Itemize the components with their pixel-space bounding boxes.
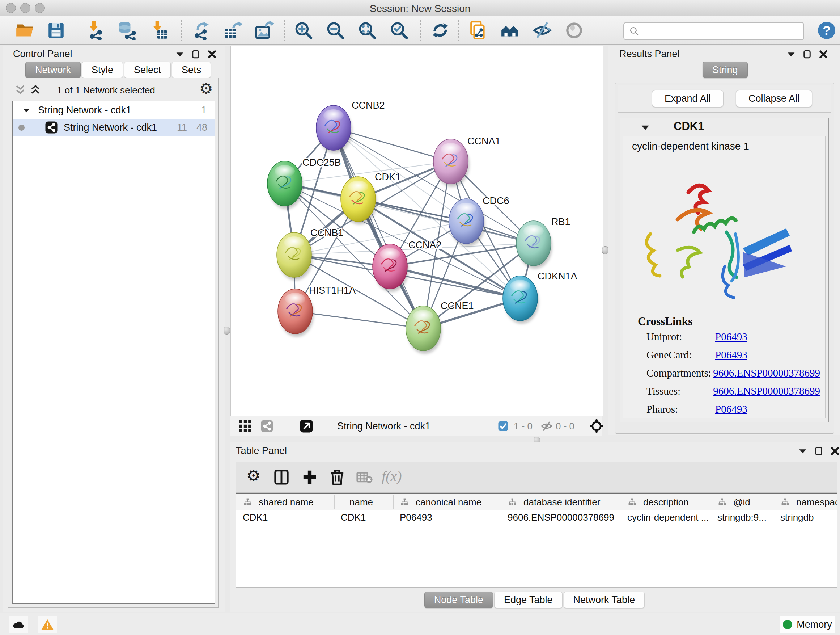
column-divider[interactable] [711, 494, 711, 509]
table-cell[interactable]: stringdb:9... [717, 512, 767, 523]
tab-network[interactable]: Network [25, 62, 81, 78]
import-network-database-icon[interactable] [117, 21, 137, 40]
network-collection-row[interactable]: String Network - cdk1 1 [13, 101, 215, 119]
close-panel-icon[interactable] [831, 447, 839, 455]
home-icon[interactable] [500, 21, 519, 40]
column-header-namespace[interactable]: namespace [796, 497, 837, 508]
node-CDC6[interactable]: CDC6 [449, 195, 509, 246]
table-cell[interactable]: P06493 [400, 512, 432, 523]
function-builder-icon[interactable]: f(x) [382, 468, 402, 485]
export-table-icon[interactable] [224, 21, 243, 40]
collection-expander-icon[interactable] [23, 108, 30, 113]
column-header-name[interactable]: name [349, 497, 373, 508]
show-columns-icon[interactable] [274, 469, 289, 485]
network-view-share-icon[interactable] [261, 420, 273, 432]
memory-button[interactable]: Memory [780, 616, 835, 633]
tab-string[interactable]: String [703, 62, 748, 78]
node-RB1[interactable]: RB1 [516, 217, 570, 268]
float-panel-icon[interactable] [803, 50, 811, 59]
delete-column-icon[interactable] [330, 469, 345, 486]
column-header--id[interactable]: @id [733, 497, 750, 508]
table-cell[interactable]: cyclin-dependent ... [627, 512, 709, 523]
crosslink-value[interactable]: 9606.ENSP00000378699 [713, 385, 820, 397]
close-panel-icon[interactable] [819, 50, 828, 59]
network-tree: String Network - cdk1 1 String Network -… [12, 101, 215, 604]
open-in-window-icon[interactable] [300, 419, 313, 433]
table-row[interactable]: CDK1CDK1P064939606.ENSP00000378699cyclin… [236, 510, 837, 526]
panel-menu-icon[interactable] [176, 51, 184, 57]
cloud-button[interactable] [9, 616, 28, 633]
node-CCNB1[interactable]: CCNB1 [277, 227, 344, 280]
warnings-button[interactable] [38, 616, 57, 633]
network-options-gear-icon[interactable]: ⚙ [199, 81, 213, 96]
selected-checkbox-icon[interactable] [498, 421, 508, 432]
column-divider[interactable] [334, 494, 335, 509]
network-row[interactable]: String Network - cdk1 11 48 [13, 119, 215, 136]
table-cell[interactable]: CDK1 [341, 512, 366, 523]
crosslink-value[interactable]: P06493 [715, 349, 747, 361]
column-divider[interactable] [621, 494, 621, 509]
float-panel-icon[interactable] [815, 447, 823, 455]
node-CDKN1A[interactable]: CDKN1A [503, 271, 577, 323]
edge-CCNB2-CCNE1[interactable] [333, 128, 423, 328]
inspector-icon[interactable] [564, 21, 584, 40]
help-icon[interactable]: ? [817, 21, 836, 40]
zoom-selected-icon[interactable] [389, 21, 409, 40]
export-image-icon[interactable] [254, 21, 274, 40]
close-panel-icon[interactable] [208, 50, 216, 59]
node-HIST1H1A[interactable]: HIST1H1A [278, 285, 355, 336]
table-settings-gear-icon[interactable]: ⚙ [246, 467, 261, 485]
node-CCNB2[interactable]: CCNB2 [316, 100, 385, 153]
table-cell[interactable]: stringdb [780, 512, 814, 523]
tab-sets[interactable]: Sets [172, 62, 211, 78]
column-header-canonical-name[interactable]: canonical name [416, 497, 482, 508]
gene-description: cyclin-dependent kinase 1 [632, 141, 749, 152]
panel-menu-icon[interactable] [787, 51, 795, 57]
float-panel-icon[interactable] [192, 50, 200, 59]
left-splitter-handle[interactable] [224, 326, 230, 334]
column-header-shared-name[interactable]: shared name [259, 497, 314, 508]
crosslink-value[interactable]: P06493 [715, 331, 747, 343]
delete-table-icon[interactable] [356, 472, 373, 484]
crosslink-value[interactable]: 9606.ENSP00000378699 [713, 367, 820, 379]
column-header-database-identifier[interactable]: database identifier [523, 497, 600, 508]
tab-select[interactable]: Select [124, 62, 171, 78]
table-cell[interactable]: 9606.ENSP00000378699 [508, 512, 614, 523]
zoom-out-icon[interactable] [325, 21, 345, 40]
add-column-icon[interactable] [302, 469, 317, 485]
import-table-icon[interactable] [149, 21, 169, 40]
tab-style[interactable]: Style [82, 62, 123, 78]
import-network-icon[interactable] [85, 21, 105, 40]
grid-view-icon[interactable] [239, 420, 252, 432]
hidden-eye-icon[interactable] [540, 421, 553, 432]
search-input[interactable] [623, 22, 804, 40]
hide-panels-icon[interactable] [532, 21, 552, 40]
zoom-in-icon[interactable] [294, 21, 313, 40]
node-CCNE1[interactable]: CCNE1 [406, 301, 474, 353]
node-CDK1[interactable]: CDK1 [341, 172, 401, 224]
tab-edge-table[interactable]: Edge Table [494, 592, 562, 608]
tab-network-table[interactable]: Network Table [564, 592, 645, 608]
column-header-description[interactable]: description [643, 497, 689, 508]
zoom-fit-icon[interactable] [357, 21, 377, 40]
export-network-icon[interactable] [192, 21, 211, 40]
tab-node-table[interactable]: Node Table [424, 592, 493, 608]
gene-expander-icon[interactable] [641, 124, 650, 131]
open-network-browser-icon[interactable] [469, 21, 488, 40]
column-divider[interactable] [501, 494, 501, 509]
column-divider[interactable] [774, 494, 774, 509]
crosslink-value[interactable]: P06493 [715, 403, 747, 415]
open-session-icon[interactable] [15, 21, 35, 40]
network-canvas[interactable]: CCNB2CCNA1CDC25BCDK1CDC6RB1CCNB1CCNA2CDK… [230, 46, 603, 416]
node-CCNA1[interactable]: CCNA1 [433, 136, 501, 187]
expand-all-button[interactable]: Expand All [652, 90, 723, 107]
edge-CCNE1-HIST1H1A[interactable] [295, 311, 423, 328]
table-cell[interactable]: CDK1 [243, 512, 268, 523]
panel-menu-icon[interactable] [799, 448, 807, 454]
save-session-icon[interactable] [46, 21, 66, 40]
collapse-all-button[interactable]: Collapse All [736, 90, 812, 107]
node-CDC25B[interactable]: CDC25B [267, 157, 341, 209]
refresh-layout-icon[interactable] [431, 21, 450, 40]
node-CCNA2[interactable]: CCNA2 [373, 240, 442, 291]
birds-eye-crosshair-icon[interactable] [589, 418, 604, 434]
